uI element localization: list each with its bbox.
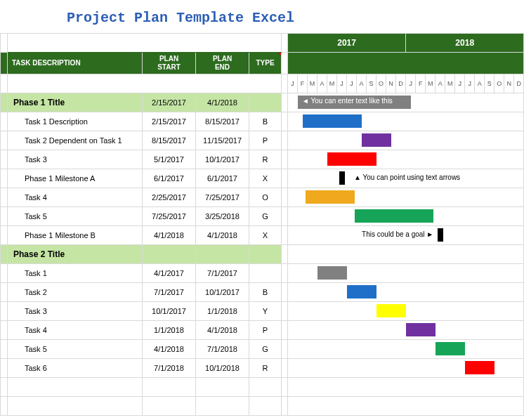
table-row[interactable]: Phase 1 Milestone B4/1/20184/1/2018XThis… xyxy=(1,226,524,245)
type-cell[interactable] xyxy=(249,93,282,112)
type-cell[interactable]: B xyxy=(249,112,282,131)
milestone-marker xyxy=(438,228,443,242)
plan-start[interactable]: 5/1/2017 xyxy=(143,150,196,169)
type-cell[interactable]: G xyxy=(249,207,282,226)
month-cell: S xyxy=(485,74,494,93)
task-description[interactable]: Task 4 xyxy=(8,321,143,340)
task-description[interactable]: Task 1 xyxy=(8,264,143,283)
col-task-description: TASK DESCRIPTION xyxy=(8,53,143,74)
gantt-cell xyxy=(288,207,524,226)
gantt-annotation: ▲ You can point using text arrows xyxy=(354,173,460,181)
plan-start[interactable]: 2/15/2017 xyxy=(143,93,196,112)
gantt-bar xyxy=(306,190,355,204)
table-row[interactable]: Task 27/1/201710/1/2017B xyxy=(1,283,524,302)
task-description[interactable]: Phase 1 Title xyxy=(8,93,143,112)
month-cell: J xyxy=(406,74,416,93)
type-cell[interactable]: O xyxy=(249,188,282,207)
task-description[interactable]: Task 2 xyxy=(8,283,143,302)
plan-start[interactable]: 6/1/2017 xyxy=(143,169,196,188)
gantt-cell: ◄ You can enter text like this xyxy=(288,93,524,112)
plan-end[interactable]: 10/1/2017 xyxy=(196,150,249,169)
plan-start[interactable]: 4/1/2017 xyxy=(143,264,196,283)
plan-start[interactable]: 4/1/2018 xyxy=(143,340,196,359)
plan-end[interactable]: 4/1/2018 xyxy=(196,93,249,112)
plan-start[interactable]: 2/15/2017 xyxy=(143,112,196,131)
gantt-bar xyxy=(355,209,433,223)
plan-end[interactable]: 7/1/2018 xyxy=(196,340,249,359)
month-cell: J xyxy=(347,74,357,93)
task-description[interactable]: Task 2 Dependent on Task 1 xyxy=(8,131,143,150)
plan-end[interactable]: 10/1/2018 xyxy=(196,359,249,378)
plan-start[interactable]: 7/1/2018 xyxy=(143,359,196,378)
table-row[interactable]: Task 35/1/201710/1/2017R xyxy=(1,150,524,169)
type-cell[interactable]: P xyxy=(249,131,282,150)
task-description[interactable]: Task 3 xyxy=(8,302,143,321)
col-type: TYPE xyxy=(249,53,282,74)
type-cell[interactable]: P xyxy=(249,321,282,340)
table-row[interactable]: Task 310/1/20171/1/2018Y xyxy=(1,302,524,321)
gantt-bar xyxy=(347,285,376,298)
type-cell[interactable]: X xyxy=(249,169,282,188)
task-description[interactable]: Task 5 xyxy=(8,207,143,226)
task-description[interactable]: Phase 1 Milestone A xyxy=(8,169,143,188)
gantt-cell xyxy=(288,131,524,150)
gantt-cell xyxy=(288,302,524,321)
table-row[interactable]: Task 42/25/20177/25/2017O xyxy=(1,188,524,207)
month-cell: S xyxy=(367,74,376,93)
phase-row[interactable]: Phase 2 Title xyxy=(1,245,524,264)
gantt-bar xyxy=(362,133,391,147)
plan-end[interactable]: 3/25/2018 xyxy=(196,207,249,226)
task-description[interactable]: Phase 1 Milestone B xyxy=(8,226,143,245)
type-cell[interactable]: G xyxy=(249,340,282,359)
table-row[interactable]: Task 2 Dependent on Task 18/15/201711/15… xyxy=(1,131,524,150)
table-row[interactable]: Task 41/1/20184/1/2018P xyxy=(1,321,524,340)
plan-end[interactable] xyxy=(196,245,249,264)
milestone-marker xyxy=(339,171,345,185)
plan-start[interactable] xyxy=(143,245,196,264)
gantt-cell xyxy=(288,264,524,283)
table-row[interactable]: Phase 1 Milestone A6/1/20176/1/2017X▲ Yo… xyxy=(1,169,524,188)
plan-end[interactable]: 6/1/2017 xyxy=(196,169,249,188)
task-description[interactable]: Task 4 xyxy=(8,188,143,207)
table-row[interactable]: Task 67/1/201810/1/2018R xyxy=(1,359,524,378)
plan-end[interactable]: 7/25/2017 xyxy=(196,188,249,207)
type-cell[interactable]: X xyxy=(249,226,282,245)
plan-end[interactable]: 4/1/2018 xyxy=(196,226,249,245)
type-cell[interactable]: R xyxy=(249,359,282,378)
task-description[interactable]: Phase 2 Title xyxy=(8,245,143,264)
task-description[interactable]: Task 6 xyxy=(8,359,143,378)
plan-end[interactable]: 11/15/2017 xyxy=(196,131,249,150)
gantt-bar xyxy=(327,152,376,166)
plan-start[interactable]: 7/1/2017 xyxy=(143,283,196,302)
type-cell[interactable] xyxy=(249,245,282,264)
plan-end[interactable]: 1/1/2018 xyxy=(196,302,249,321)
month-cell: J xyxy=(465,74,475,93)
type-cell[interactable]: R xyxy=(249,150,282,169)
phase-row[interactable]: Phase 1 Title2/15/20174/1/2018◄ You can … xyxy=(1,93,524,112)
plan-start[interactable]: 8/15/2017 xyxy=(143,131,196,150)
month-cell: A xyxy=(357,74,367,93)
month-cell: M xyxy=(327,74,337,93)
task-description[interactable]: Task 5 xyxy=(8,340,143,359)
table-row[interactable]: Task 1 Description2/15/20178/15/2017B xyxy=(1,112,524,131)
empty-row xyxy=(1,378,524,397)
plan-start[interactable]: 10/1/2017 xyxy=(143,302,196,321)
plan-start[interactable]: 2/25/2017 xyxy=(143,188,196,207)
year-2018: 2018 xyxy=(406,34,524,53)
plan-end[interactable]: 8/15/2017 xyxy=(196,112,249,131)
table-row[interactable]: Task 57/25/20173/25/2018G xyxy=(1,207,524,226)
plan-start[interactable]: 4/1/2018 xyxy=(143,226,196,245)
plan-end[interactable]: 4/1/2018 xyxy=(196,321,249,340)
task-description[interactable]: Task 1 Description xyxy=(8,112,143,131)
type-cell[interactable] xyxy=(249,264,282,283)
plan-start[interactable]: 7/25/2017 xyxy=(143,207,196,226)
table-row[interactable]: Task 14/1/20177/1/2017 xyxy=(1,264,524,283)
month-cell: N xyxy=(386,74,396,93)
table-row[interactable]: Task 54/1/20187/1/2018G xyxy=(1,340,524,359)
plan-end[interactable]: 7/1/2017 xyxy=(196,264,249,283)
plan-end[interactable]: 10/1/2017 xyxy=(196,283,249,302)
type-cell[interactable]: B xyxy=(249,283,282,302)
type-cell[interactable]: Y xyxy=(249,302,282,321)
task-description[interactable]: Task 3 xyxy=(8,150,143,169)
plan-start[interactable]: 1/1/2018 xyxy=(143,321,196,340)
